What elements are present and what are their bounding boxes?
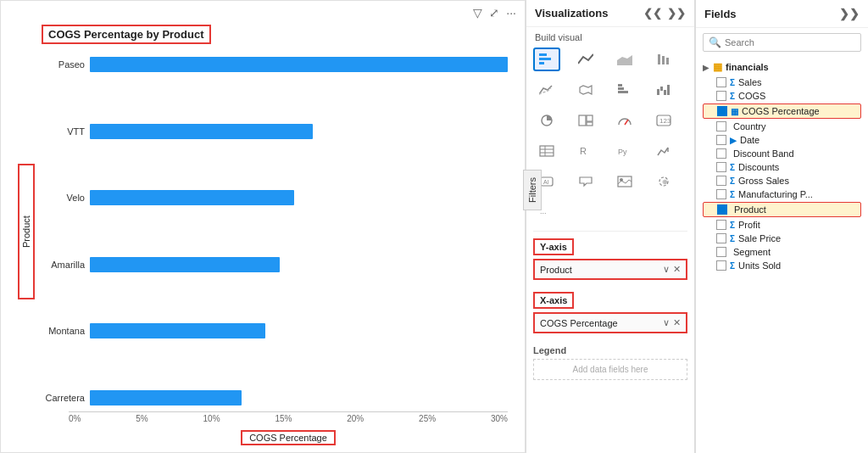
map-chart-icon[interactable] bbox=[572, 78, 599, 102]
visualizations-panel: Visualizations ❮❮ ❯❯ Build visual bbox=[526, 0, 695, 453]
filters-tab[interactable]: Filters bbox=[523, 170, 542, 210]
bar-fill bbox=[90, 57, 508, 72]
bar-label: Amarilla bbox=[38, 260, 85, 270]
ribbon-chart-icon[interactable] bbox=[650, 48, 677, 71]
fields-collapse-btn[interactable]: ❯❯ bbox=[839, 7, 860, 20]
decomp-icon[interactable] bbox=[650, 139, 677, 163]
bar-row: Amarilla bbox=[38, 253, 508, 277]
chart-title: COGS Percentage by Product bbox=[42, 25, 211, 44]
bar-chart-icon2[interactable] bbox=[611, 78, 638, 102]
field-checkbox[interactable] bbox=[716, 77, 726, 87]
bar-track[interactable] bbox=[90, 323, 508, 338]
financials-header[interactable]: ▶ ▦ financials bbox=[703, 59, 861, 76]
bar-track[interactable] bbox=[90, 190, 508, 205]
field-checkbox[interactable] bbox=[716, 121, 726, 131]
bar-track[interactable] bbox=[90, 257, 508, 272]
fields-search-input[interactable] bbox=[725, 37, 855, 48]
field-name-label: Profit bbox=[738, 220, 760, 230]
field-checkbox[interactable] bbox=[716, 135, 726, 145]
gauge-icon[interactable] bbox=[611, 109, 638, 132]
field-item[interactable]: Discount Band bbox=[703, 147, 861, 160]
field-type-icon: Σ bbox=[730, 78, 735, 87]
field-type-icon: Σ bbox=[730, 163, 735, 172]
field-checkbox[interactable] bbox=[716, 91, 726, 101]
x-axis-tick: 25% bbox=[419, 414, 436, 423]
custom-visual-icon[interactable]: ⊕ bbox=[650, 170, 677, 193]
y-axis-remove[interactable]: ✕ bbox=[673, 264, 681, 275]
field-checkbox[interactable] bbox=[716, 189, 726, 199]
field-checkbox[interactable] bbox=[716, 176, 726, 186]
y-axis-section: Y-axis Product ∨ ✕ bbox=[526, 235, 694, 288]
bar-row: Carretera bbox=[38, 386, 508, 410]
image-icon[interactable] bbox=[611, 170, 638, 193]
viz-forward-icon[interactable]: ❯❯ bbox=[667, 7, 686, 20]
fields-title: Fields bbox=[704, 8, 737, 20]
pie-chart-icon[interactable] bbox=[533, 109, 560, 132]
field-item[interactable]: ΣSale Price bbox=[703, 232, 861, 245]
field-item[interactable]: ΣManufacturing P... bbox=[703, 187, 861, 201]
python-icon[interactable]: Py bbox=[611, 139, 638, 163]
area-chart-icon[interactable] bbox=[611, 48, 638, 71]
field-item[interactable]: ΣDiscounts bbox=[703, 160, 861, 174]
field-checkbox[interactable] bbox=[716, 162, 726, 172]
matrix-icon[interactable]: R bbox=[572, 139, 599, 163]
field-item[interactable]: ▶Date bbox=[703, 133, 861, 147]
field-item[interactable]: ΣProfit bbox=[703, 218, 861, 232]
field-checkbox[interactable] bbox=[716, 220, 726, 230]
svg-rect-7 bbox=[618, 87, 624, 90]
field-checkbox[interactable] bbox=[716, 260, 726, 271]
field-item[interactable]: Product bbox=[703, 202, 861, 217]
bar-row: Montana bbox=[38, 319, 508, 343]
field-item[interactable]: ΣGross Sales bbox=[703, 174, 861, 187]
line-chart-icon[interactable] bbox=[572, 48, 599, 71]
field-checkbox[interactable] bbox=[717, 106, 727, 116]
bar-row: VTT bbox=[38, 120, 508, 143]
chat-icon2[interactable] bbox=[572, 170, 599, 193]
bar-fill bbox=[90, 124, 313, 139]
viz-icons-row4: R Py bbox=[526, 136, 694, 166]
field-checkbox[interactable] bbox=[716, 233, 726, 243]
field-checkbox[interactable] bbox=[716, 148, 726, 159]
bar-track[interactable] bbox=[90, 124, 508, 139]
bar-track[interactable] bbox=[90, 390, 508, 405]
table-icon[interactable] bbox=[533, 139, 560, 163]
field-type-icon: Σ bbox=[730, 221, 735, 230]
more-icon[interactable]: ··· bbox=[506, 6, 516, 20]
x-axis-value[interactable]: COGS Percentage ∨ ✕ bbox=[533, 312, 687, 333]
x-axis-remove[interactable]: ✕ bbox=[673, 317, 681, 328]
svg-text:AI: AI bbox=[543, 179, 549, 185]
bar-track[interactable] bbox=[90, 57, 508, 72]
financials-collapse[interactable]: ▶ bbox=[703, 63, 709, 72]
treemap-icon[interactable] bbox=[572, 109, 599, 132]
field-name-label: Discounts bbox=[738, 162, 779, 172]
expand-icon[interactable]: ⤢ bbox=[489, 6, 499, 20]
field-item[interactable]: ▦COGS Percentage bbox=[703, 103, 861, 119]
fields-search-box[interactable]: 🔍 bbox=[703, 33, 861, 52]
field-checkbox[interactable] bbox=[717, 204, 727, 215]
field-type-icon: Σ bbox=[730, 176, 735, 186]
viz-panel-header: Visualizations ❮❮ ❯❯ bbox=[526, 0, 694, 27]
svg-rect-8 bbox=[618, 91, 628, 93]
field-item[interactable]: ΣUnits Sold bbox=[703, 259, 861, 272]
viz-back-icon[interactable]: ❮❮ bbox=[643, 7, 662, 20]
field-item[interactable]: Segment bbox=[703, 245, 861, 259]
x-axis-value-text: COGS Percentage bbox=[540, 318, 618, 328]
viz-icons-row1 bbox=[526, 44, 694, 75]
field-checkbox[interactable] bbox=[716, 247, 726, 257]
y-axis-chevron[interactable]: ∨ bbox=[663, 264, 670, 275]
x-axis-tick: 0% bbox=[69, 414, 81, 423]
scatter-chart-icon[interactable] bbox=[533, 78, 560, 102]
svg-rect-4 bbox=[658, 54, 660, 64]
field-type-icon: ▦ bbox=[731, 107, 738, 116]
chart-toolbar: ▽ ⤢ ··· bbox=[1, 1, 525, 25]
y-axis-value[interactable]: Product ∨ ✕ bbox=[533, 259, 687, 280]
field-name-label: Gross Sales bbox=[738, 176, 789, 186]
field-item[interactable]: ΣCOGS bbox=[703, 89, 861, 103]
filter-icon[interactable]: ▽ bbox=[473, 6, 482, 20]
x-axis-chevron[interactable]: ∨ bbox=[663, 317, 670, 328]
field-item[interactable]: Country bbox=[703, 120, 861, 133]
field-item[interactable]: ΣSales bbox=[703, 76, 861, 89]
waterfall-icon[interactable] bbox=[650, 78, 677, 102]
card-icon[interactable]: 123 bbox=[650, 109, 677, 132]
stacked-bar-icon[interactable] bbox=[533, 48, 560, 71]
